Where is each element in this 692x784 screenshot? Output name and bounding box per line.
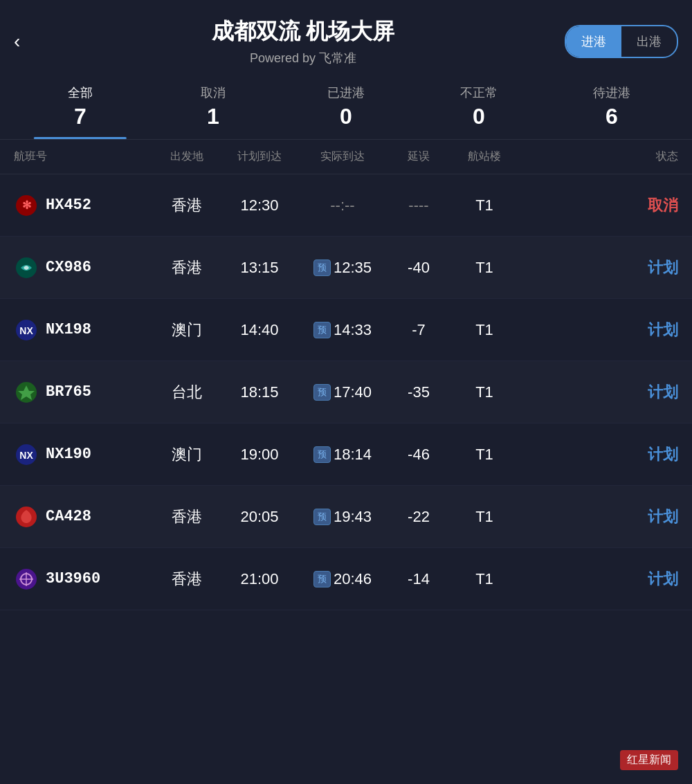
col-header-origin: 出发地 [152, 149, 221, 164]
flight-actual: 预 20:46 [298, 570, 388, 588]
flight-delay: -14 [388, 570, 450, 588]
flight-status: 计划 [519, 257, 678, 278]
flight-terminal: T1 [450, 446, 519, 464]
tab-group: 进港 出港 [565, 25, 678, 58]
flight-number-cell: CX986 [14, 255, 152, 280]
back-button[interactable]: ‹ [14, 30, 42, 53]
flight-actual: 预 17:40 [298, 383, 388, 401]
flight-actual: --:-- [298, 197, 388, 215]
airline-logo [14, 567, 39, 592]
flight-number-cell: NX NX198 [14, 318, 152, 343]
table-row: CX986 香港 13:15 预 12:35 -40 T1 计划 [0, 237, 692, 299]
col-header-flight: 航班号 [14, 149, 152, 164]
svg-text:✻: ✻ [22, 199, 31, 211]
table-row: NX NX190 澳门 19:00 预 18:14 -46 T1 计划 [0, 423, 692, 486]
header: ‹ 成都双流 机场大屏 Powered by 飞常准 进港 出港 [0, 0, 692, 78]
table-row: 3U3960 香港 21:00 预 20:46 -14 T1 计划 [0, 548, 692, 610]
stat-item-取消[interactable]: 取消 1 [147, 84, 280, 139]
table-row: ✻ HX452 香港 12:30 --:-- ---- T1 取消 [0, 174, 692, 237]
flight-number: NX190 [46, 446, 91, 463]
airline-logo: NX [14, 442, 39, 467]
svg-text:NX: NX [19, 450, 33, 461]
flight-origin: 澳门 [152, 444, 221, 465]
flight-number-cell: 3U3960 [14, 567, 152, 592]
flight-terminal: T1 [450, 570, 519, 588]
airline-logo: ✻ [14, 193, 39, 218]
flight-terminal: T1 [450, 321, 519, 339]
flight-planned: 20:05 [221, 508, 298, 526]
flight-number-cell: ✻ HX452 [14, 193, 152, 218]
flight-planned: 13:15 [221, 259, 298, 277]
watermark: 红星新闻 [620, 750, 678, 770]
flight-number: CX986 [46, 259, 91, 276]
flight-number: 3U3960 [46, 570, 100, 587]
flight-number: NX198 [46, 321, 91, 338]
stats-row: 全部 7 取消 1 已进港 0 不正常 0 待进港 6 [0, 78, 692, 140]
flight-origin: 香港 [152, 195, 221, 216]
flight-number-cell: NX NX190 [14, 442, 152, 467]
table-row: NX NX198 澳门 14:40 预 14:33 -7 T1 计划 [0, 299, 692, 361]
flight-origin: 香港 [152, 569, 221, 590]
flight-actual: 预 14:33 [298, 321, 388, 339]
flight-terminal: T1 [450, 259, 519, 277]
flight-planned: 14:40 [221, 321, 298, 339]
flight-number-cell: BR765 [14, 380, 152, 405]
airline-logo [14, 380, 39, 405]
col-header-terminal: 航站楼 [450, 149, 519, 164]
flight-planned: 18:15 [221, 383, 298, 401]
page-subtitle: Powered by 飞常准 [42, 50, 565, 66]
flights-table: ✻ HX452 香港 12:30 --:-- ---- T1 取消 CX986 … [0, 174, 692, 610]
flight-terminal: T1 [450, 383, 519, 401]
airline-logo: NX [14, 318, 39, 343]
flight-delay: -22 [388, 508, 450, 526]
flight-actual: 预 12:35 [298, 259, 388, 277]
stat-item-待进港[interactable]: 待进港 6 [545, 84, 678, 139]
page-title: 成都双流 机场大屏 [42, 17, 565, 47]
table-row: CA428 香港 20:05 预 19:43 -22 T1 计划 [0, 486, 692, 548]
flight-delay: -46 [388, 446, 450, 464]
flight-status: 计划 [519, 444, 678, 465]
table-row: BR765 台北 18:15 预 17:40 -35 T1 计划 [0, 361, 692, 423]
flight-status: 计划 [519, 382, 678, 403]
col-header-planned: 计划到达 [221, 149, 298, 164]
flight-status: 取消 [519, 195, 678, 216]
tab-arriving[interactable]: 进港 [566, 26, 621, 57]
airline-logo [14, 504, 39, 529]
col-header-actual: 实际到达 [298, 149, 388, 164]
flight-delay: -40 [388, 259, 450, 277]
flight-origin: 澳门 [152, 320, 221, 340]
flight-planned: 21:00 [221, 570, 298, 588]
header-center: 成都双流 机场大屏 Powered by 飞常准 [42, 17, 565, 66]
flight-number: HX452 [46, 197, 91, 214]
flight-delay: ---- [388, 197, 450, 215]
col-header-delay: 延误 [388, 149, 450, 164]
airline-logo [14, 255, 39, 280]
flight-number-cell: CA428 [14, 504, 152, 529]
flight-status: 计划 [519, 320, 678, 340]
flight-number: BR765 [46, 383, 91, 401]
flight-origin: 台北 [152, 382, 221, 403]
flight-actual: 预 18:14 [298, 446, 388, 464]
svg-text:NX: NX [19, 325, 33, 336]
flight-planned: 19:00 [221, 446, 298, 464]
flight-delay: -35 [388, 383, 450, 401]
col-header-status: 状态 [519, 149, 678, 164]
flight-planned: 12:30 [221, 197, 298, 215]
flight-delay: -7 [388, 321, 450, 339]
flight-terminal: T1 [450, 508, 519, 526]
flight-actual: 预 19:43 [298, 508, 388, 526]
flight-origin: 香港 [152, 257, 221, 278]
stat-item-全部[interactable]: 全部 7 [14, 84, 147, 139]
stat-item-已进港[interactable]: 已进港 0 [280, 84, 412, 139]
flight-status: 计划 [519, 507, 678, 527]
table-header: 航班号 出发地 计划到达 实际到达 延误 航站楼 状态 [0, 140, 692, 174]
flight-number: CA428 [46, 508, 91, 525]
flight-status: 计划 [519, 569, 678, 590]
flight-terminal: T1 [450, 197, 519, 215]
stat-item-不正常[interactable]: 不正常 0 [412, 84, 545, 139]
tab-departing[interactable]: 出港 [621, 26, 677, 57]
flight-origin: 香港 [152, 507, 221, 527]
